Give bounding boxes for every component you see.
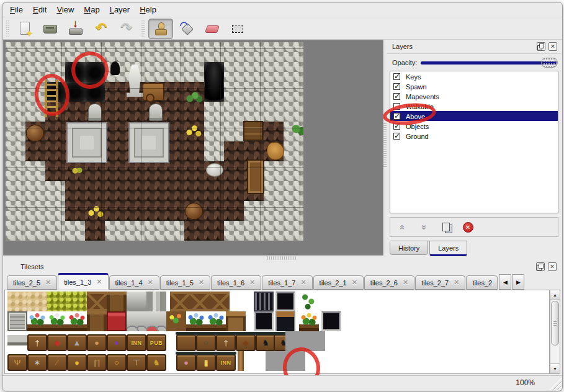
tab-scroll-right-icon[interactable]: ▶ bbox=[512, 274, 524, 290]
tileset-tile-hsign[interactable]: ○ bbox=[196, 334, 216, 351]
menu-item-edit[interactable]: Edit bbox=[33, 5, 47, 14]
tileset-tile-arch-red[interactable] bbox=[146, 311, 166, 331]
tileset-tile-redbox[interactable] bbox=[107, 311, 127, 331]
tileset-tile-arch-gray[interactable] bbox=[127, 311, 146, 331]
tileset-tile-woodx[interactable] bbox=[190, 292, 210, 311]
close-tab-icon[interactable]: ✕ bbox=[45, 278, 51, 287]
tileset-tile-sign[interactable]: ● bbox=[107, 334, 127, 351]
tileset-tile-sign[interactable]: ∕ bbox=[47, 354, 67, 371]
tileset-tile-sign[interactable]: PUB bbox=[146, 334, 166, 351]
window-resize-grip[interactable] bbox=[549, 378, 562, 390]
menu-item-layer[interactable]: Layer bbox=[110, 5, 130, 14]
scrollbar-thumb[interactable] bbox=[551, 301, 559, 345]
tileset-tile-pillar[interactable] bbox=[146, 292, 166, 311]
tab-scroll-left-icon[interactable]: ◀ bbox=[499, 274, 511, 290]
tileset-tile-sign[interactable]: ● bbox=[87, 334, 107, 351]
toolbar-button-save-file[interactable] bbox=[64, 19, 87, 38]
tileset-tile-gray[interactable] bbox=[266, 351, 285, 371]
opacity-slider[interactable] bbox=[421, 61, 557, 65]
tileset-tile-woodx[interactable] bbox=[87, 292, 107, 311]
tab-layers[interactable]: Layers bbox=[429, 241, 467, 256]
tileset-tile-hsign[interactable]: ◆ bbox=[236, 334, 256, 351]
toolbar-button-redo[interactable] bbox=[115, 19, 138, 38]
tileset-tile-sign[interactable]: ◆ bbox=[47, 334, 67, 351]
tileset-tile-sign[interactable]: ▲ bbox=[67, 334, 87, 351]
tileset-tile-sign[interactable]: ⊤ bbox=[127, 354, 146, 371]
layer-visibility-checkbox[interactable]: ✓ bbox=[393, 73, 400, 80]
close-tab-icon[interactable]: ✕ bbox=[148, 278, 153, 287]
tileset-tile-sign[interactable]: † bbox=[27, 334, 47, 351]
toolbar-button-select-tool[interactable] bbox=[226, 19, 249, 38]
tileset-tile-sand[interactable] bbox=[7, 292, 27, 311]
tileset-tab-tiles_2[interactable]: tiles_2✕ bbox=[466, 275, 498, 290]
tileset-tab-tiles_1_7[interactable]: tiles_1_7✕ bbox=[262, 275, 312, 290]
tab-history[interactable]: History bbox=[390, 241, 428, 255]
tileset-tab-tiles_2_7[interactable]: tiles_2_7✕ bbox=[415, 275, 465, 290]
opacity-slider-handle[interactable] bbox=[541, 58, 558, 68]
tileset-tile-fl-blue[interactable] bbox=[206, 311, 226, 331]
tileset-tile-flowerbox[interactable] bbox=[166, 311, 186, 331]
toolbar-button-new-file[interactable] bbox=[13, 19, 37, 38]
tileset-tile-hsign[interactable]: INN bbox=[216, 354, 236, 371]
tileset-tile-woodpost[interactable] bbox=[107, 292, 127, 311]
toolbar-group-grip[interactable] bbox=[6, 20, 9, 37]
layer-row-ground[interactable]: ✓Ground bbox=[390, 131, 558, 141]
close-tab-icon[interactable]: ✕ bbox=[403, 278, 408, 287]
tileset-tile-sill[interactable] bbox=[7, 331, 27, 351]
tileset-tab-tiles_1_3[interactable]: tiles_1_3✕ bbox=[58, 273, 108, 290]
toolbar-button-fill-tool[interactable] bbox=[175, 19, 199, 38]
close-tab-icon[interactable]: ✕ bbox=[199, 278, 204, 287]
move-layer-down-icon[interactable]: » bbox=[418, 221, 431, 233]
tileset-tile-awning[interactable] bbox=[275, 311, 295, 331]
tileset-tab-tiles_2_6[interactable]: tiles_2_6✕ bbox=[364, 275, 414, 290]
layer-visibility-checkbox[interactable]: ✓ bbox=[393, 133, 400, 140]
toolbar-button-eraser-tool[interactable] bbox=[200, 19, 224, 38]
tileset-tile-darkwin[interactable] bbox=[321, 311, 341, 331]
tileset-tab-tiles_2_5[interactable]: tiles_2_5✕ bbox=[7, 275, 57, 290]
menu-item-help[interactable]: Help bbox=[140, 5, 156, 14]
tileset-tile-darkwin[interactable] bbox=[254, 311, 274, 331]
close-tab-icon[interactable]: ✕ bbox=[96, 278, 102, 286]
tileset-tile-sign[interactable]: ○ bbox=[107, 354, 127, 371]
menu-item-view[interactable]: View bbox=[56, 5, 74, 14]
tileset-tile-hsign[interactable]: ● bbox=[176, 354, 196, 371]
tileset-tile-sign[interactable]: INN bbox=[127, 334, 146, 351]
tileset-tile-sign[interactable]: ∗ bbox=[27, 354, 47, 371]
menu-item-file[interactable]: File bbox=[10, 5, 23, 14]
tileset-tile-sign[interactable]: ♞ bbox=[146, 354, 166, 371]
tileset-tile-gray[interactable] bbox=[305, 331, 325, 351]
close-tab-icon[interactable]: ✕ bbox=[249, 278, 255, 287]
tileset-tile-woodpost[interactable] bbox=[87, 311, 107, 331]
tileset-tile-hsign[interactable]: † bbox=[216, 334, 236, 351]
layer-visibility-checkbox[interactable]: ✓ bbox=[393, 113, 400, 120]
tileset-tile-grill[interactable] bbox=[254, 292, 274, 311]
close-tab-icon[interactable]: ✕ bbox=[497, 278, 498, 287]
close-panel-icon[interactable]: ✕ bbox=[548, 42, 557, 51]
tileset-tab-tiles_1_4[interactable]: tiles_1_4✕ bbox=[109, 275, 159, 290]
layer-visibility-checkbox[interactable]: ✓ bbox=[393, 93, 400, 100]
toolbar-button-open-file[interactable] bbox=[38, 19, 62, 38]
tileset-tab-tiles_1_5[interactable]: tiles_1_5✕ bbox=[160, 275, 210, 290]
tileset-tile-graygrad[interactable] bbox=[127, 292, 146, 311]
tileset-tile-fl-green[interactable] bbox=[47, 311, 67, 331]
duplicate-layer-icon[interactable] bbox=[440, 221, 452, 233]
tileset-view[interactable]: †◆▲●●INNPUB○†◆♞♞Ψ∗∕●∏○⊤♞●▮INN bbox=[4, 290, 550, 374]
tileset-tile-woodx[interactable] bbox=[170, 292, 190, 311]
layer-row-mapevents[interactable]: ✓Mapevents bbox=[390, 91, 558, 101]
delete-layer-icon[interactable]: ✕ bbox=[462, 221, 474, 233]
layer-row-walkable[interactable]: Walkable bbox=[390, 101, 558, 111]
tileset-tile-woodx[interactable] bbox=[210, 292, 230, 311]
float-panel-icon[interactable] bbox=[536, 262, 545, 271]
close-tab-icon[interactable]: ✕ bbox=[454, 278, 459, 287]
tileset-tile-hsign[interactable]: ▮ bbox=[196, 354, 216, 371]
toolbar-button-stamp-tool[interactable] bbox=[148, 19, 173, 39]
tileset-tile-sand[interactable] bbox=[27, 292, 47, 311]
scroll-down-icon[interactable]: ▼ bbox=[550, 363, 560, 373]
tileset-tile-sign[interactable]: ● bbox=[67, 354, 87, 371]
tileset-tile-fl-blue[interactable] bbox=[186, 311, 206, 331]
close-tab-icon[interactable]: ✕ bbox=[300, 278, 306, 287]
tileset-tile-pole[interactable] bbox=[238, 351, 244, 371]
toolbar-group-grip[interactable] bbox=[141, 20, 145, 37]
close-tab-icon[interactable]: ✕ bbox=[352, 278, 357, 287]
tileset-tile-sign[interactable]: Ψ bbox=[7, 354, 27, 371]
